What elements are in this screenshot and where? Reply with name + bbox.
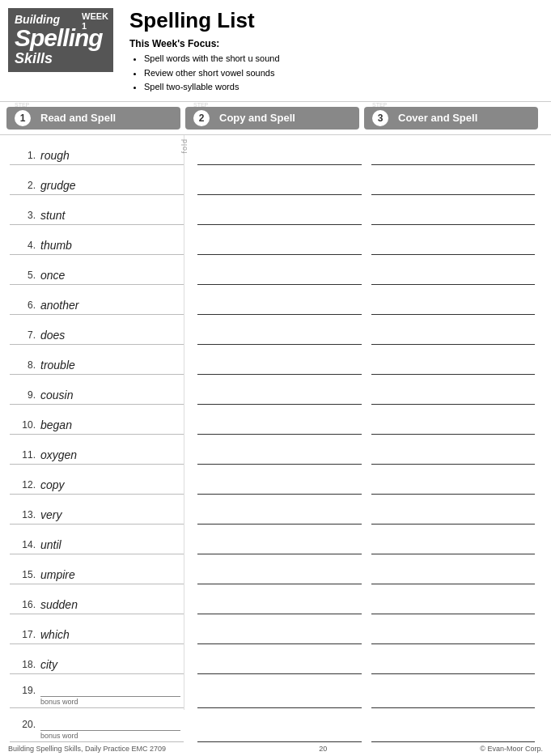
word-row: 15.umpire: [10, 554, 184, 584]
spell-write-line: [197, 570, 362, 584]
step-3: STEP 3 Cover and Spell: [364, 107, 538, 130]
word-text: which: [40, 628, 70, 641]
spell-line-row: [197, 255, 362, 285]
word-row: 6.another: [10, 285, 184, 315]
word-text: stunt: [40, 209, 65, 222]
spell-line-row: [197, 674, 362, 708]
spell-line-row: [197, 195, 362, 225]
focus-item: Review other short vowel sounds: [144, 66, 539, 81]
word-text: sudden: [40, 598, 78, 611]
spell-line-row: [371, 285, 536, 315]
spell-line-row: [371, 255, 536, 285]
spell-line-row: [197, 584, 362, 614]
word-text: cousin: [40, 389, 73, 401]
spell-write-line: [371, 181, 536, 195]
spell-line-row: [371, 674, 536, 708]
spell-line-row: [197, 345, 362, 375]
copy-spell-col: [197, 135, 371, 710]
page-title: Spelling List: [129, 8, 539, 33]
bonus-write-line: [40, 684, 180, 697]
spell-write-line: [197, 210, 362, 225]
spell-line-row: [371, 375, 536, 405]
spell-line-row: [197, 495, 362, 525]
spell-write-line: [197, 540, 362, 554]
spell-line-row: [371, 435, 536, 465]
spell-line-row: [371, 165, 536, 195]
fold-text: fold: [180, 138, 189, 154]
page-header: WEEK 1 Building Spelling Skills Spelling…: [0, 0, 551, 102]
spell-line-row: [371, 644, 536, 674]
spell-write-line: [197, 450, 362, 465]
bonus-num: 20.: [13, 719, 36, 731]
spell-write-line: [197, 240, 362, 255]
cover-spell-col: [371, 135, 545, 710]
step1-label: STEP: [15, 102, 29, 108]
spell-line-row: [197, 435, 362, 465]
word-num: 8.: [13, 359, 36, 372]
word-num: 4.: [13, 240, 36, 252]
step3-label: STEP: [372, 102, 387, 108]
spell-write-line: [371, 390, 536, 405]
step2-text: Copy and Spell: [219, 112, 295, 124]
spell-line-row: [371, 135, 536, 165]
word-row: 4.thumb: [10, 225, 184, 255]
spell-line-row: [371, 225, 536, 255]
spell-line-row: [197, 708, 362, 742]
spell-write-line: [197, 300, 362, 315]
focus-item: Spell words with the short u sound: [144, 52, 539, 66]
spell-line-row: [371, 495, 536, 525]
spell-line-row: [371, 315, 536, 345]
spell-line-row: [197, 165, 362, 195]
word-row: 12.copy: [10, 465, 184, 495]
word-text: trouble: [40, 359, 75, 372]
word-list: 1.rough2.grudge3.stunt4.thumb5.once6.ano…: [0, 135, 184, 710]
footer-page-num: 20: [319, 745, 327, 753]
spell-write-line: [371, 420, 536, 435]
spell-line-row: [197, 375, 362, 405]
spell-write-line: [197, 420, 362, 435]
spell-write-line: [371, 510, 536, 525]
footer-left: Building Spelling Skills, Daily Practice…: [8, 745, 166, 753]
header-right: Spelling List This Week's Focus: Spell w…: [113, 8, 539, 95]
bonus-label: bonus word: [40, 698, 180, 706]
spell-write-line: [371, 630, 536, 644]
step2-num: 2: [193, 110, 210, 126]
focus-list: Spell words with the short u soundReview…: [129, 52, 539, 95]
spell-write-line: [197, 480, 362, 495]
word-row: 20.bonus word: [10, 708, 184, 742]
logo-skills: Skills: [15, 50, 107, 67]
word-text: oxygen: [40, 448, 77, 461]
spell-line-row: [371, 584, 536, 614]
spell-line-row: [371, 405, 536, 435]
word-row: 11.oxygen: [10, 435, 184, 465]
word-row: 18.city: [10, 644, 184, 674]
word-row: 8.trouble: [10, 345, 184, 375]
spell-write-line: [371, 600, 536, 614]
word-num: 10.: [13, 419, 36, 431]
word-num: 1.: [13, 150, 36, 162]
spell-line-row: [197, 405, 362, 435]
step1-num: 1: [15, 110, 31, 126]
spell-line-row: [197, 554, 362, 584]
spell-line-row: [197, 315, 362, 345]
spell-line-row: [197, 614, 362, 644]
step-1: STEP 1 Read and Spell: [6, 107, 180, 130]
word-row: 13.very: [10, 495, 184, 525]
word-row: 5.once: [10, 255, 184, 285]
footer-right: © Evan-Moor Corp.: [480, 745, 543, 753]
spell-line-row: [197, 225, 362, 255]
spell-line-row: [197, 644, 362, 674]
spell-write-line: [371, 330, 536, 345]
word-num: 14.: [13, 539, 36, 551]
step1-text: Read and Spell: [40, 112, 116, 124]
word-row: 10.began: [10, 405, 184, 435]
word-row: 3.stunt: [10, 195, 184, 225]
spell-line-row: [197, 285, 362, 315]
spell-columns: [184, 135, 551, 710]
step3-text: Cover and Spell: [398, 112, 477, 124]
word-num: 11.: [13, 449, 36, 461]
word-num: 5.: [13, 270, 36, 282]
word-text: very: [40, 508, 61, 521]
spell-write-line: [197, 390, 362, 405]
word-num: 7.: [13, 329, 36, 342]
